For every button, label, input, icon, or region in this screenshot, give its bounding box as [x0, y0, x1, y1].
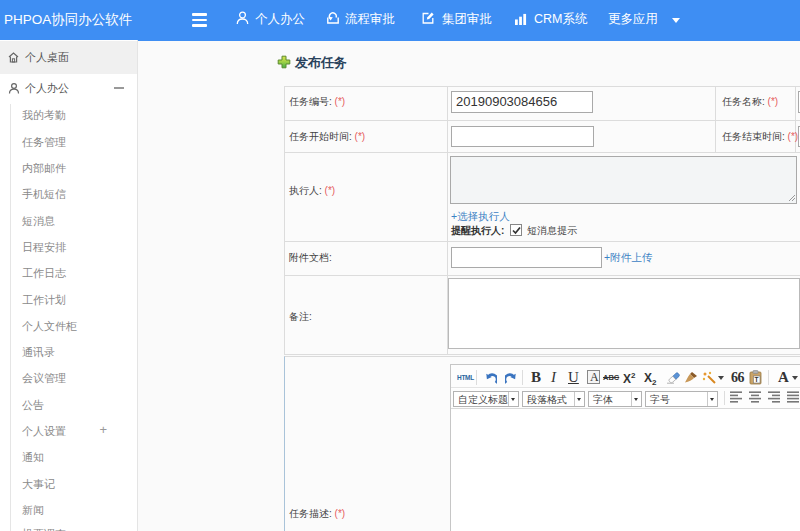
svg-text:T: T	[755, 376, 759, 383]
